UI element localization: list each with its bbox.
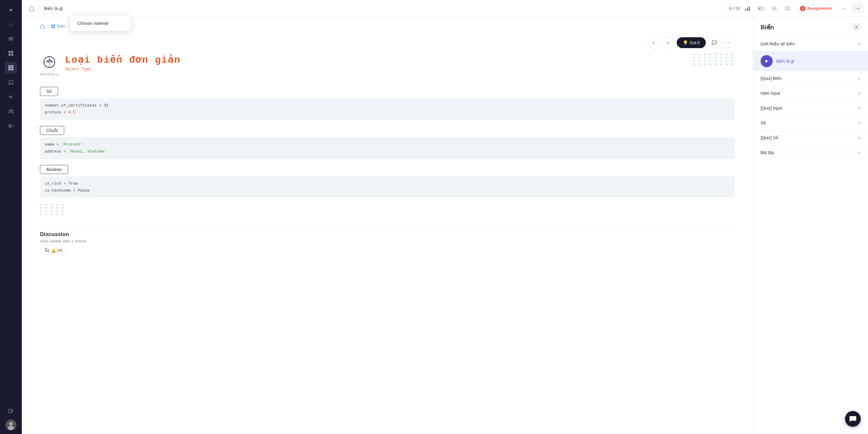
sidebar-item-apps[interactable] [5,62,17,74]
svg-rect-4 [11,51,13,53]
lesson-action-bar: ‹ › 💡 Got it ··· [40,34,735,54]
svg-rect-28 [759,8,761,9]
choose-material-dropdown[interactable]: Choose material [70,16,131,31]
svg-rect-33 [52,27,53,28]
svg-rect-14 [10,69,11,70]
section-so[interactable]: Số ∨ [753,116,868,130]
sidebar-item-bookmark[interactable] [5,76,17,88]
section-ham-input-label: Hàm Input [761,91,780,96]
section-ham-input[interactable]: Hàm Input ∨ [753,86,868,101]
type-label-so: Số [40,87,58,96]
svg-point-23 [8,426,14,430]
section-so-label: Số [761,120,766,125]
section-quiz-input-chevron: ∨ [858,106,861,110]
chat-support-button[interactable] [845,411,861,427]
protonx-logo-text: PROTON X [40,73,59,76]
section-bai-tap-chevron: ∨ [858,150,861,155]
stats-button[interactable] [742,3,753,14]
sidebar-item-home[interactable]: ⌂ [5,18,17,30]
svg-rect-26 [749,6,750,11]
section-ham-input-chevron: ∨ [858,91,861,95]
lesson-item-bien-la-gi[interactable]: Biến là gì [753,52,868,71]
type-label-chuoi: Chuỗi [40,126,64,135]
section-quiz-bien-chevron: ∨ [858,76,861,81]
user-avatar[interactable] [5,420,17,430]
section-gioi-thieu-chevron: ∧ [858,42,861,46]
section-quiz-bien[interactable]: [Quiz] Biến ∨ [753,71,868,86]
section-so-chevron: ∨ [858,121,861,125]
section-quiz-so-label: [Quiz] Số [761,135,778,140]
got-it-icon: 💡 [683,40,688,45]
got-it-button[interactable]: 💡 Got it [677,37,706,48]
svg-rect-12 [12,67,13,68]
section-quiz-so-chevron: ∨ [858,135,861,140]
breadcrumb-bien[interactable]: Biến [51,24,65,29]
notification-toggle-button[interactable]: 🔔 Off [40,246,67,255]
svg-point-22 [9,422,13,426]
code-line-6: is_handsome = False [45,187,730,194]
left-sidebar: « ⌂ M↓ [0,0,22,434]
svg-rect-25 [747,7,748,11]
right-sidebar-title: Biến [761,24,774,31]
code-block-so: number_of_certificates = 31 protonx = 0.… [40,98,735,120]
lesson-more-button[interactable]: ··· [723,37,735,49]
sidebar-item-layers[interactable] [5,33,17,45]
code-line-1: number_of_certificates = 31 [45,102,730,109]
breadcrumb-bien-label: Biến [57,24,65,28]
svg-rect-24 [745,9,746,11]
breadcrumb-home[interactable] [40,24,45,29]
home-nav-button[interactable] [27,4,36,13]
sidebar-item-people[interactable] [5,105,17,117]
breadcrumb-sep-1: › [47,24,49,28]
discussion-subtitle: Auto-update after 1 minute [40,239,735,243]
decorative-dots-bottom-left [40,204,735,215]
sidebar-item-markdown[interactable]: M↓ [5,91,17,103]
svg-point-16 [9,110,11,112]
close-sidebar-button[interactable]: ✕ [852,23,861,31]
svg-rect-34 [54,27,55,28]
sidebar-toggle-button[interactable]: « [5,4,17,16]
sidebar-item-menu-arrow[interactable] [5,120,17,132]
discussion-actions: 🔔 Off [40,246,735,255]
notification-label: 🔔 Off [51,248,62,253]
svg-rect-20 [8,127,11,127]
lesson-body: PROTON X Loại biến đơn giản Object Type [40,54,735,267]
svg-rect-18 [8,124,11,125]
assignments-button[interactable]: 0 Assignments [795,4,837,13]
progress-separator: / [733,6,734,11]
sidebar-item-logout[interactable] [5,405,17,417]
lesson-main-content: › Biến › ▽ Biến là gì ‹ › 💡 Got it [22,17,753,434]
prev-lesson-button[interactable]: ‹ [648,37,660,49]
lesson-item-bien-la-gi-label: Biến là gì [776,59,795,64]
code-line-2: protonx = 0.5 [45,109,730,116]
discussion-title: Discussion [40,231,735,238]
svg-rect-3 [8,51,10,53]
section-quiz-bien-label: [Quiz] Biến [761,76,782,81]
svg-rect-11 [10,67,11,68]
right-sidebar: Biến ✕ Giới thiệu về biến ∧ Biến là gì [… [753,17,868,434]
play-icon [761,55,773,67]
section-gioi-thieu[interactable]: Giới thiệu về biến ∧ [753,37,868,52]
section-gioi-thieu-label: Giới thiệu về biến [761,41,795,46]
discussion-section: Discussion Auto-update after 1 minute 🔔 … [40,225,735,255]
sidebar-item-grid[interactable] [5,47,17,59]
svg-rect-7 [8,65,10,67]
top-navigation: Biến là gì Choose material 0 / 19 0 Assi… [22,0,868,17]
search-button[interactable] [782,3,793,14]
svg-rect-13 [8,69,10,70]
forward-button[interactable]: → [852,3,863,14]
progress-indicator: 0 / 19 [729,6,740,11]
comment-button[interactable] [708,37,720,49]
right-sidebar-header: Biến ✕ [753,17,868,37]
section-bai-tap[interactable]: Bài tập ∨ [753,145,868,160]
section-quiz-input[interactable]: [Quiz] Input ∨ [753,101,868,116]
svg-point-29 [774,7,775,9]
section-quiz-so[interactable]: [Quiz] Số ∨ [753,130,868,145]
next-lesson-button[interactable]: › [662,37,674,49]
cards-button[interactable] [755,3,766,14]
assignments-label: Assignments [807,6,832,10]
more-options-button[interactable]: ··· [839,3,850,14]
svg-rect-31 [52,25,53,26]
settings-button[interactable] [769,3,780,14]
svg-rect-9 [12,65,13,67]
